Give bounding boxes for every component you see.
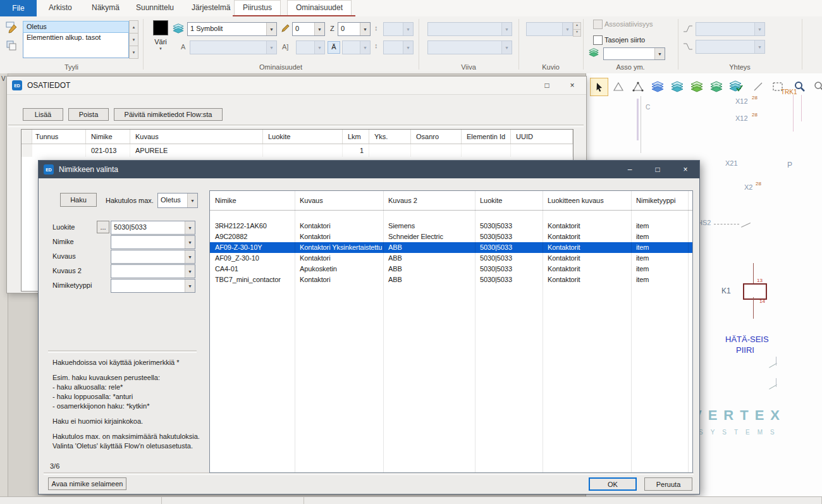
polygon-tool-icon[interactable] [610, 78, 627, 95]
minimize-button[interactable]: – [616, 161, 644, 178]
osatiedot-title: OSATIEDOT [27, 81, 70, 90]
col-luokite: Luokite [475, 197, 543, 204]
nimike-select[interactable]: ▼ [111, 235, 195, 249]
format-painter-icon[interactable] [5, 21, 18, 34]
line-tool-icon[interactable] [749, 78, 766, 95]
luokite-select[interactable]: 5030|5033 ▼ [111, 221, 195, 235]
table-row[interactable]: AF09_Z-30-10 Kontaktori ABB 5030|5033 Ko… [210, 253, 692, 264]
lisaa-button[interactable]: Lisää [23, 108, 63, 121]
table-row-selected[interactable]: AF09-Z-30-10Y Kontaktori Yksinkertaistet… [210, 242, 692, 253]
poista-button[interactable]: Poista [68, 108, 109, 121]
asso-mode-select[interactable]: ▼ [603, 47, 665, 60]
cell-uuid [511, 144, 573, 157]
col-elementin-id: Elementin Id [462, 130, 511, 144]
nimiketyyppi-select[interactable]: ▼ [111, 279, 195, 293]
tab-jarjestelma[interactable]: Järjestelmä [183, 0, 238, 16]
layers-grid-icon[interactable] [708, 78, 725, 95]
help-line: Haku ei huomioi kirjainkokoa. [52, 417, 200, 426]
group-label-kuvio: Kuvio [518, 63, 583, 71]
table-row[interactable]: A9C20882 Kontaktori Schneider Electric 5… [210, 231, 692, 242]
tab-nakyma[interactable]: Näkymä [83, 0, 128, 16]
relay-coil-symbol [743, 283, 767, 300]
terminal-label-x2: X2 [744, 183, 752, 191]
paivita-nimiketiedot-button[interactable]: Päivitä nimiketiedot Flow:sta [114, 108, 223, 121]
text-style-select: ▼ [296, 40, 325, 54]
dropdown-icon: ▼ [185, 250, 195, 263]
tab-file[interactable]: File [0, 0, 37, 16]
vertex-logo: VERTEX [692, 407, 786, 424]
col-nimike: Nimike [86, 130, 130, 144]
peruuta-button[interactable]: Peruuta [644, 477, 692, 491]
maximize-button[interactable]: □ [536, 77, 558, 94]
hakutulos-max-select[interactable]: Oletus ▼ [157, 193, 198, 208]
cell-kuvaus2: ABB [383, 274, 475, 285]
cell-elementin-id [462, 144, 511, 157]
cell-nimike: AF09-Z-30-10Y [210, 242, 295, 253]
scroll-down-icon[interactable]: ▼ [129, 33, 138, 46]
close-button[interactable]: × [672, 161, 699, 178]
dialog-title: Nimikkeen valinta [59, 165, 118, 174]
nimike-label: Nimike [52, 238, 74, 245]
dropdown-icon: ▼ [149, 47, 172, 51]
cell-kuvaus: Apukosketin [295, 264, 383, 274]
tab-suunnittelu[interactable]: Suunnittelu [128, 0, 182, 16]
layers-blue-icon[interactable] [649, 78, 666, 95]
table-row[interactable]: CA4-01 Apukosketin ABB 5030|5033 Kontakt… [210, 264, 692, 274]
kuvaus2-label: Kuvaus 2 [52, 267, 82, 274]
selection-tool-icon[interactable] [590, 78, 608, 96]
statusbar-segment [161, 497, 304, 504]
layers-check-icon[interactable] [727, 78, 744, 95]
pen-width-select[interactable]: 0 ▼ [292, 22, 325, 36]
dropdown-icon: ▼ [187, 194, 197, 207]
table-row[interactable]: TBC7_mini_contactor Kontaktori ABB 5030|… [210, 274, 692, 285]
terminal-label-p: P [787, 161, 792, 169]
hakutulos-max-value: Oletus [158, 194, 187, 207]
cell-kuvaus: Kontaktori [295, 221, 383, 231]
style-preset-alt[interactable]: Elementtien alkup. tasot [23, 32, 128, 43]
cell-nimiketyyppi: item [631, 253, 688, 264]
scroll-up-icon[interactable]: ▲ [129, 20, 138, 34]
col-osanro: Osanro [411, 130, 462, 144]
tab-piirustus[interactable]: Piirustus [234, 0, 281, 16]
z-level-select[interactable]: 0 ▼ [338, 22, 371, 36]
table-row[interactable]: 3RH2122-1AK60 Kontaktori Siemens 5030|50… [210, 221, 692, 231]
avaa-nimike-selaimeen-button[interactable]: Avaa nimike selaimeen [48, 477, 126, 490]
cell-nimiketyyppi: item [631, 242, 688, 253]
assosiatiivisyys-checkbox [593, 20, 603, 29]
luokite-label: Luokite [52, 223, 75, 231]
dropdown-icon: ▼ [185, 280, 195, 292]
cell-nimiketyyppi: item [631, 221, 688, 231]
device-tag-label: TRK1 [781, 89, 797, 95]
luokite-browse-button[interactable]: ... [97, 221, 109, 233]
maximize-button[interactable]: □ [644, 161, 672, 178]
tasojen-siirto-checkbox[interactable] [593, 35, 603, 45]
tab-ominaisuudet[interactable]: Ominaisuudet [287, 0, 352, 16]
tasojen-siirto-label: Tasojen siirto [604, 36, 645, 44]
copy-properties-icon[interactable] [5, 39, 18, 52]
polygon-nodes-tool-icon[interactable] [629, 78, 646, 95]
ok-button[interactable]: OK [589, 477, 637, 491]
osatiedot-titlebar[interactable]: ED OSATIEDOT □ × [7, 77, 586, 95]
pan-icon[interactable] [811, 78, 822, 95]
style-preset-selected[interactable]: Oletus [23, 22, 128, 32]
layers-teal-icon[interactable] [668, 78, 685, 95]
terminal-pin: 28 [752, 112, 758, 118]
group-label-ominaisuudet: Ominaisuudet [143, 63, 419, 71]
font-a-label: A [181, 43, 185, 51]
gallery-expand-icon[interactable]: ▼ [129, 46, 138, 59]
haku-button[interactable]: Haku [60, 193, 97, 207]
close-button[interactable]: × [561, 77, 584, 94]
dialog-titlebar[interactable]: ED Nimikkeen valinta – □ × [39, 161, 699, 178]
line-type-select: ▼ [427, 22, 512, 36]
table-row[interactable]: 021-013 APURELE 1 [21, 144, 573, 157]
tab-arkisto[interactable]: Arkisto [40, 0, 80, 16]
wire [801, 95, 802, 121]
color-button[interactable]: Väri ▼ [149, 20, 172, 51]
dropdown-icon: ▼ [314, 23, 324, 35]
layers-green-icon[interactable] [688, 78, 705, 95]
kuvaus-select[interactable]: ▼ [111, 250, 195, 264]
kuvaus2-select[interactable]: ▼ [111, 264, 195, 278]
relay-label-k1: K1 [721, 286, 731, 295]
symbol-layer-select[interactable]: 1 Symbolit ▼ [187, 22, 277, 36]
col-kuvaus2: Kuvaus 2 [383, 197, 475, 204]
